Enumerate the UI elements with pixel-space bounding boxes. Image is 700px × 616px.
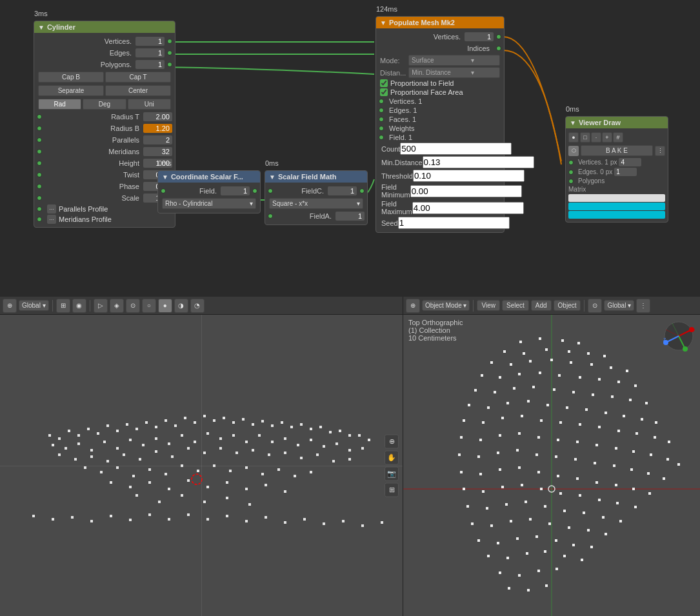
polygons-socket[interactable] [167, 62, 172, 67]
viewer-circle-icon[interactable]: ● [568, 132, 579, 143]
sfm-operation-dropdown[interactable]: Square - x*x ▾ [269, 198, 363, 209]
left-viewport-canvas[interactable]: ⊕ ✋ 📷 ⊞ [0, 315, 403, 616]
toolbar-select-icon[interactable]: ▷ [94, 299, 108, 313]
phase-socket-left[interactable] [37, 184, 42, 189]
meridians-profile-socket[interactable] [37, 217, 42, 222]
toolbar-global-dropdown[interactable]: Global ▾ [19, 300, 49, 311]
camera-icon[interactable]: 📷 [385, 466, 399, 481]
mode-dropdown[interactable]: Surface ▾ [408, 55, 500, 66]
twist-socket-left[interactable] [37, 172, 42, 177]
view-button[interactable]: View [477, 300, 500, 311]
object-button[interactable]: Object [554, 300, 581, 311]
radius-b-socket-left[interactable] [37, 126, 42, 131]
viewer-cross-icon[interactable]: + [602, 132, 612, 143]
populate-collapse-icon[interactable]: ▼ [380, 19, 386, 26]
viewer-px1-input[interactable] [619, 158, 641, 166]
toolbar-solid-icon[interactable]: ● [158, 299, 172, 313]
pop-seed-input[interactable] [398, 217, 510, 229]
pop-field-in-socket[interactable] [379, 135, 384, 140]
viewer-collapse-icon[interactable]: ▼ [570, 119, 576, 126]
right-viewport-canvas[interactable]: Top Orthographic (1) Collection 10 Centi… [403, 315, 700, 616]
svg-rect-266 [499, 571, 501, 574]
cylinder-header[interactable]: ▼ Cylinder [34, 21, 175, 33]
pop-edges-in-socket[interactable] [379, 108, 384, 113]
right-global-dropdown[interactable]: Global ▾ [604, 300, 634, 311]
coord-field-socket-right[interactable] [252, 188, 257, 194]
vertices-socket[interactable] [167, 39, 172, 44]
meridians-socket-left[interactable] [37, 149, 42, 154]
height-socket-left[interactable] [37, 161, 42, 166]
sfm-collapse-icon[interactable]: ▼ [269, 174, 275, 181]
pop-mindist-input[interactable] [423, 156, 534, 168]
tab-rad[interactable]: Rad [38, 99, 81, 110]
sfm-fieldc-socket-left[interactable] [268, 188, 273, 194]
viewer-px2-input[interactable] [614, 168, 637, 176]
populate-header[interactable]: ▼ Populate Mesh Mk2 [376, 17, 504, 28]
right-transform-icon[interactable]: ⊕ [406, 299, 420, 313]
separate-button[interactable]: Separate [38, 85, 104, 96]
pop-weights-in-socket[interactable] [379, 126, 384, 131]
svg-rect-14 [184, 417, 186, 419]
prop-face-area-checkbox[interactable] [380, 88, 388, 96]
svg-rect-260 [487, 555, 490, 557]
sfm-fielda-socket-left[interactable] [268, 214, 273, 219]
edges-socket[interactable] [167, 50, 172, 55]
mode-val: Surface [412, 57, 437, 64]
pop-indices-out-socket[interactable] [496, 46, 501, 51]
coord-field-row: Field. 1 [158, 185, 260, 197]
toolbar-transform-icon[interactable]: ⊕ [3, 299, 17, 313]
cap-t-button[interactable]: Cap T [105, 72, 171, 83]
toolbar-material-icon[interactable]: ◑ [174, 299, 188, 313]
svg-rect-248 [529, 518, 532, 521]
parallels-socket-left[interactable] [37, 137, 42, 143]
cap-b-button[interactable]: Cap B [38, 72, 104, 83]
prop-field-checkbox[interactable] [380, 79, 388, 87]
pop-vert-in-socket[interactable] [379, 99, 384, 104]
viewer-grid-icon[interactable]: # [613, 132, 623, 143]
collapse-icon[interactable]: ▼ [38, 24, 45, 31]
sfm-header[interactable]: ▼ Scalar Field Math [265, 171, 367, 183]
sfm-fieldc-socket-right[interactable] [359, 188, 365, 194]
distan-dropdown[interactable]: Min. Distance ▾ [408, 67, 500, 78]
pop-vertices-out-row: Vertices. 1 [376, 31, 504, 43]
grid-icon[interactable]: ⊞ [385, 482, 399, 497]
coord-type-dropdown[interactable]: Rho - Cylindrical ▾ [162, 198, 256, 209]
tab-deg[interactable]: Deg [83, 99, 126, 110]
pop-threshold-input[interactable] [413, 170, 525, 182]
coord-header[interactable]: ▼ Coordinate Scalar F... [158, 171, 260, 183]
pop-vertices-out-socket[interactable] [496, 34, 501, 39]
toolbar-render-icon[interactable]: ◔ [190, 299, 205, 313]
toolbar-snap-icon[interactable]: ⊞ [56, 299, 70, 313]
parallels-profile-socket[interactable] [37, 206, 42, 212]
coord-collapse-icon[interactable]: ▼ [162, 174, 168, 181]
toolbar-proportional-icon[interactable]: ◉ [72, 299, 86, 313]
right-overlay-icon[interactable]: ⊙ [588, 299, 602, 313]
viewer-sq-icon[interactable]: □ [580, 132, 590, 143]
toolbar-wire-icon[interactable]: ○ [142, 299, 156, 313]
coord-field-socket-left[interactable] [161, 188, 166, 194]
pop-fieldmax-input[interactable] [412, 202, 524, 214]
bake-button[interactable]: B A K E [581, 145, 653, 156]
tab-uni[interactable]: Uni [128, 99, 171, 110]
bake-extra-icon[interactable]: ⋮ [655, 146, 665, 156]
toolbar-overlay-icon[interactable]: ⊙ [126, 299, 140, 313]
viewer-dot-icon[interactable]: · [591, 132, 601, 143]
viewer-edges-socket[interactable] [568, 170, 574, 175]
toolbar-mesh-icon[interactable]: ◈ [110, 299, 124, 313]
zoom-in-icon[interactable]: ⊕ [385, 434, 399, 448]
center-button[interactable]: Center [105, 85, 171, 96]
grab-icon[interactable]: ✋ [385, 450, 399, 464]
pop-fieldmin-input[interactable] [410, 185, 522, 197]
viewer-verts-socket[interactable] [568, 160, 574, 165]
right-extra-icon[interactable]: ⋮ [636, 299, 650, 313]
select-button[interactable]: Select [502, 300, 529, 311]
radius-t-socket-left[interactable] [37, 114, 42, 119]
viewer-polys-socket[interactable] [568, 179, 574, 184]
pop-count-input[interactable] [400, 143, 512, 155]
svg-rect-224 [632, 488, 635, 490]
viewer-header[interactable]: ▼ Viewer Draw [566, 117, 668, 128]
add-button[interactable]: Add [531, 300, 552, 311]
scale-socket-left[interactable] [37, 195, 42, 201]
right-mode-dropdown[interactable]: Object Mode ▾ [422, 300, 470, 311]
pop-faces-in-socket[interactable] [379, 117, 384, 122]
